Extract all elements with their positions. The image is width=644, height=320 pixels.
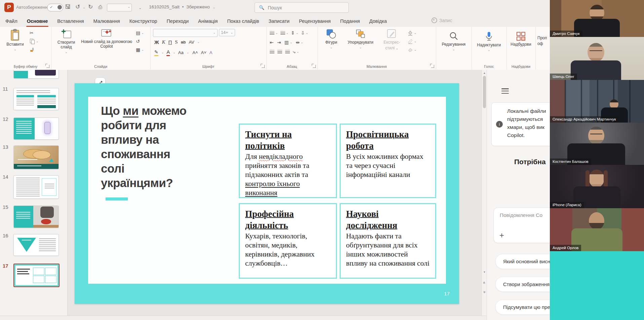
add-attachment-icon[interactable]: +	[499, 231, 504, 240]
tab-draw[interactable]: Малювання	[89, 15, 125, 27]
redo-icon[interactable]: ↻	[88, 4, 93, 10]
slide-thumbnail-12[interactable]	[13, 118, 59, 140]
dialog-launcher-icon[interactable]	[313, 65, 316, 68]
smartart-convert-button[interactable]: ⤷⌄	[293, 49, 299, 54]
text-shadow-button[interactable]: S	[175, 39, 178, 45]
tab-slideshow[interactable]: Показ слайдів	[222, 15, 264, 27]
reset-slide-button[interactable]: ↺	[136, 39, 140, 44]
shrink-font-button[interactable]: A˅	[201, 50, 206, 55]
shape-outline-button[interactable]: ⌄	[408, 39, 417, 44]
quick-access-dropdown[interactable]: ⌄	[107, 4, 132, 11]
tab-record[interactable]: Записати	[264, 15, 294, 27]
align-text-button[interactable]: ⇹⌄	[296, 40, 303, 45]
chevron-down-icon[interactable]: ⌄	[161, 51, 164, 54]
tab-home[interactable]: Основне	[22, 15, 53, 27]
section-button[interactable]: ▦ ⌄	[136, 47, 144, 52]
font-color-button[interactable]: А	[166, 49, 170, 56]
video-tile-5[interactable]: iPhone (Лариса)	[550, 165, 644, 209]
chevron-down-icon[interactable]: ⌄	[173, 51, 176, 54]
bold-button[interactable]: Ж	[154, 39, 159, 45]
align-left-button[interactable]	[270, 49, 274, 54]
tab-design[interactable]: Конструктор	[125, 15, 162, 27]
grow-font-button[interactable]: A˄	[192, 50, 198, 55]
slide-thumbnail-panel[interactable]: 11 12 13 14	[0, 70, 68, 316]
italic-button[interactable]: K	[162, 39, 165, 45]
dialog-launcher-icon[interactable]	[431, 65, 434, 68]
tab-view[interactable]: Подання	[335, 15, 365, 27]
slide-box-scientific-research[interactable]: Наукові дослідження Надають факти та обґ…	[340, 203, 436, 279]
shape-fill-button[interactable]: ⌄	[408, 30, 417, 36]
font-name-dropdown[interactable]: ⌄	[153, 29, 218, 37]
scroll-down-icon[interactable]: ▼	[482, 271, 487, 274]
tab-transitions[interactable]: Переходи	[162, 15, 193, 27]
slide-thumbnail-14[interactable]	[13, 175, 59, 199]
slide-title[interactable]: Що ми можемо робити для впливу на спожив…	[101, 103, 212, 190]
next-slide-button[interactable]: «	[482, 290, 487, 295]
increase-indent-button[interactable]: ⇥	[277, 40, 281, 45]
align-center-button[interactable]	[277, 49, 282, 54]
undo-icon[interactable]: ↺	[75, 4, 80, 10]
ribbon-options-chevron-icon[interactable]: ⌄	[139, 6, 142, 10]
previous-slide-button[interactable]: «	[482, 280, 487, 285]
clear-formatting-button[interactable]: A	[210, 50, 213, 55]
paste-button[interactable]: Вставити ⌄	[5, 29, 26, 51]
video-tile-6[interactable]: Андрей Орлов	[550, 208, 644, 252]
numbering-button[interactable]: ⌄	[280, 30, 289, 36]
scrollbar-thumb[interactable]	[483, 76, 486, 108]
slide-thumbnail-partial[interactable]	[13, 70, 59, 79]
slide-box-education-work[interactable]: Просвітницька робота В усіх можливих фор…	[340, 124, 436, 198]
editor-scrollbar[interactable]: ▲ ▼ « «	[482, 70, 487, 316]
shapes-button[interactable]: Фігури ⌄	[321, 29, 342, 49]
bullets-button[interactable]: ⌄	[270, 30, 278, 36]
format-painter-button[interactable]	[30, 47, 35, 52]
start-slideshow-icon[interactable]: ⎙	[98, 4, 102, 10]
tab-insert[interactable]: Вставлення	[52, 15, 88, 27]
eraser-button[interactable]: ⌄	[408, 47, 417, 52]
quick-styles-button[interactable]: Експрес- стилі ⌄	[380, 29, 404, 50]
slide-box-professional-activity[interactable]: Професійна діяльність Кухарів, технологі…	[239, 203, 337, 279]
chevron-down-icon[interactable]: ⌄	[187, 51, 189, 54]
change-case-button[interactable]: Aa	[178, 50, 184, 55]
scroll-up-icon[interactable]: ▲	[482, 72, 487, 75]
decrease-indent-button[interactable]: ⇤	[270, 40, 274, 45]
search-box[interactable]: 🔍	[255, 2, 349, 13]
document-title[interactable]: 16102025_Salt • Збережено ⌄	[149, 4, 215, 9]
search-input[interactable]	[267, 5, 336, 11]
addins-button[interactable]: Надбудови	[508, 32, 533, 47]
slide-thumbnail-13[interactable]	[13, 145, 59, 169]
chevron-down-icon[interactable]: ⌄	[83, 6, 85, 9]
menu-hamburger-icon[interactable]	[501, 88, 509, 94]
underline-button[interactable]: П	[168, 39, 172, 45]
new-slide-button[interactable]: Створити слайд ⌄	[55, 29, 77, 54]
slide-thumbnail-11[interactable]	[13, 88, 59, 110]
record-button[interactable]: Запис	[431, 17, 452, 23]
slide-thumbnail-16[interactable]	[13, 234, 59, 256]
dialog-launcher-icon[interactable]	[46, 65, 49, 68]
save-icon[interactable]: 🖫	[65, 4, 71, 10]
slide-thumbnail-15[interactable]	[13, 205, 59, 228]
video-tile-4[interactable]: Костянтин Балашов	[550, 123, 644, 165]
columns-button[interactable]: ▥⌄	[284, 40, 292, 45]
slide-thumbnail-17-selected[interactable]	[13, 264, 60, 287]
arrange-button[interactable]: Упорядкувати ⌄	[344, 29, 377, 49]
new-slide-copilot-button[interactable]: Новий слайд за допомогою Copilot	[80, 29, 133, 49]
copy-button[interactable]: ⌄	[30, 39, 39, 44]
text-direction-button[interactable]: ⇩⌄	[301, 30, 308, 36]
video-tile-1[interactable]: Дмитро Савчук	[550, 0, 644, 37]
video-tile-2[interactable]: Швець Олег	[550, 37, 644, 80]
powerpoint-app-icon[interactable]: P	[4, 3, 14, 12]
font-size-dropdown[interactable]: 14+ ⌄	[219, 29, 235, 36]
tab-help[interactable]: Довідка	[365, 15, 391, 27]
slide-canvas[interactable]: Що ми можемо робити для впливу на спожив…	[75, 83, 459, 304]
cut-button[interactable]: ✂	[30, 30, 34, 36]
highlight-color-button[interactable]: ✎	[154, 49, 158, 56]
slide-layout-button[interactable]: ▤ ⌄	[136, 30, 144, 36]
tab-animations[interactable]: Анімація	[193, 15, 222, 27]
chevron-down-icon[interactable]: ⌄	[197, 41, 200, 44]
autosave-toggle[interactable]: ✓	[47, 4, 63, 11]
strikethrough-button[interactable]: ab	[181, 40, 186, 45]
video-tile-3[interactable]: Олександр Аркадійович Мартинчук	[550, 80, 644, 123]
align-right-button[interactable]	[285, 49, 290, 54]
editing-button[interactable]: Редагування ⌄	[439, 32, 469, 51]
slide-box-pressure-politicians[interactable]: Тиснути на політиків Для невдікладного п…	[239, 124, 337, 198]
